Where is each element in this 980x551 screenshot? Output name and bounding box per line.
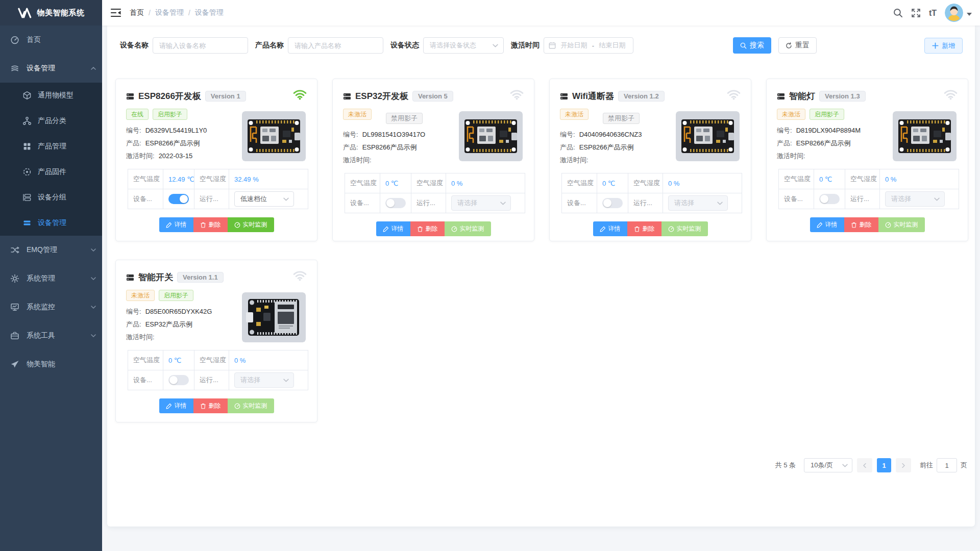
chevron-down-icon [91,248,96,252]
realtime-monitor-button-disabled: 实时监测 [878,217,925,232]
shadow-tag: 启用影子 [153,109,187,120]
gear-select-disabled: 请选择 [885,191,945,207]
delete-button[interactable]: 删除 [193,217,228,232]
fullscreen-icon[interactable] [911,8,921,18]
detail-button[interactable]: 详情 [159,398,193,413]
device-title: ESP32开发板 [355,90,408,102]
temperature-value: 12.49 ℃ [163,169,194,189]
sidebar-item-product-firmware[interactable]: 产品固件 [0,159,102,185]
gauge-icon [234,403,240,409]
search-icon[interactable] [893,8,903,18]
breadcrumb-separator: / [149,9,151,17]
device-cards-row-2: 智能开关 Version 1.1 未激活 启用影子 编号:D85E00R65DY… [115,260,968,422]
realtime-monitor-button[interactable]: 实时监测 [228,217,274,232]
sidebar-item-product-category[interactable]: 产品分类 [0,108,102,134]
search-button[interactable]: 搜索 [733,37,771,54]
device-switch-toggle[interactable] [602,198,623,208]
shuffle-icon [10,245,19,255]
device-icon [126,273,134,282]
detail-button[interactable]: 详情 [376,221,410,236]
product-value: ESP32产品示例 [145,318,192,331]
breadcrumb-home[interactable]: 首页 [130,8,144,17]
version-badge: Version 1.1 [177,272,224,283]
sidebar-item-device-manage-active[interactable]: 设备管理 [0,210,102,236]
goto-label: 前往 [920,461,933,470]
wifi-offline-icon [727,89,741,100]
sidebar-item-device-group[interactable]: 设备分组 [0,185,102,210]
date-range-picker[interactable]: 开始日期 - 结束日期 [544,37,633,54]
delete-button[interactable]: 删除 [844,217,878,232]
device-title: ESP8266开发板 [138,90,201,102]
reset-button[interactable]: 重置 [778,37,817,54]
device-status-select[interactable]: 请选择设备状态 [423,37,504,54]
sidebar-item-device-management[interactable]: 设备管理 [0,54,102,83]
page-unit-label: 页 [961,461,967,470]
sidebar-item-system-tools[interactable]: 系统工具 [0,321,102,350]
status-tag: 在线 [126,109,149,120]
briefcase-icon [10,331,19,340]
device-name-input[interactable] [153,37,248,54]
group-icon [22,193,32,202]
device-card-smart-switch: 智能开关 Version 1.1 未激活 启用影子 编号:D85E00R65DY… [115,260,317,422]
app-title: 物美智能系统 [37,8,85,18]
sidebar-item-thing-model[interactable]: 通用物模型 [0,83,102,108]
gear-select[interactable]: 低速档位 [234,191,294,207]
humidity-value: 0 % [446,173,525,193]
detail-button[interactable]: 详情 [593,221,627,236]
temperature-value: 0 ℃ [380,173,411,193]
device-cards-row-1: ESP8266开发板 Version 1 在线 启用影子 编号:D6329VL5… [115,79,968,241]
add-device-button[interactable]: 新增 [924,38,963,54]
chevron-down-icon [717,202,723,205]
chevron-right-icon [902,463,905,468]
humidity-value: 0 % [880,169,959,189]
detail-button[interactable]: 详情 [810,217,844,232]
detail-button[interactable]: 详情 [159,217,193,232]
product-value: ESP8266产品示例 [362,141,417,154]
device-photo [676,111,740,161]
status-tag: 未激活 [777,109,805,120]
main-area: 首页 / 设备管理 / 设备管理 tT 设备名称 产品名称 [102,0,980,551]
product-label: 产品: [126,137,141,149]
product-value: ESP8266产品示例 [145,137,200,149]
delete-button[interactable]: 删除 [410,221,445,236]
sidebar-item-wumei-smart[interactable]: 物美智能 [0,350,102,379]
goto-page-input[interactable] [937,458,957,472]
sidebar-toggle-icon[interactable] [110,8,121,18]
grid-icon [22,142,32,151]
wifi-online-icon [293,89,307,100]
user-menu[interactable] [945,4,972,22]
sn-value: D40409640636CNZ3 [579,128,642,141]
sidebar-item-system-management[interactable]: 系统管理 [0,264,102,293]
realtime-monitor-button-disabled: 实时监测 [662,221,708,236]
sn-value: DL9981541O39417O [362,128,426,141]
breadcrumb-current: 设备管理 [195,8,224,17]
device-switch-toggle[interactable] [819,194,840,204]
sidebar-item-emq[interactable]: EMQ管理 [0,236,102,264]
edit-icon [383,226,389,232]
page-number-1[interactable]: 1 [877,458,891,472]
device-switch-toggle[interactable] [168,375,189,385]
device-title: Wifi通断器 [572,90,614,102]
page-size-select[interactable]: 10条/页 [804,458,852,472]
shadow-tag: 启用影子 [159,290,193,301]
caret-down-icon [967,13,972,16]
font-size-icon[interactable]: tT [929,8,937,18]
gauge-icon [668,226,674,232]
avatar[interactable] [945,4,963,22]
device-switch-toggle[interactable] [385,198,406,208]
device-card-esp8266: ESP8266开发板 Version 1 在线 启用影子 编号:D6329VL5… [115,79,317,241]
product-name-input[interactable] [288,37,383,54]
delete-button[interactable]: 删除 [627,221,662,236]
device-switch-toggle[interactable] [168,194,189,204]
sidebar-item-system-monitor[interactable]: 系统监控 [0,293,102,321]
device-status-label: 设备状态 [390,41,419,50]
breadcrumb-device-management[interactable]: 设备管理 [155,8,184,17]
delete-button[interactable]: 删除 [193,398,228,413]
shadow-tag: 禁用影子 [386,113,423,124]
sidebar-item-home[interactable]: 首页 [0,26,102,54]
sidebar-item-product-management[interactable]: 产品管理 [0,134,102,159]
gauge-icon [885,222,891,228]
product-value: ESP8266产品示例 [796,137,851,149]
logo-mark-icon [18,8,32,18]
chevron-down-icon [283,197,289,201]
